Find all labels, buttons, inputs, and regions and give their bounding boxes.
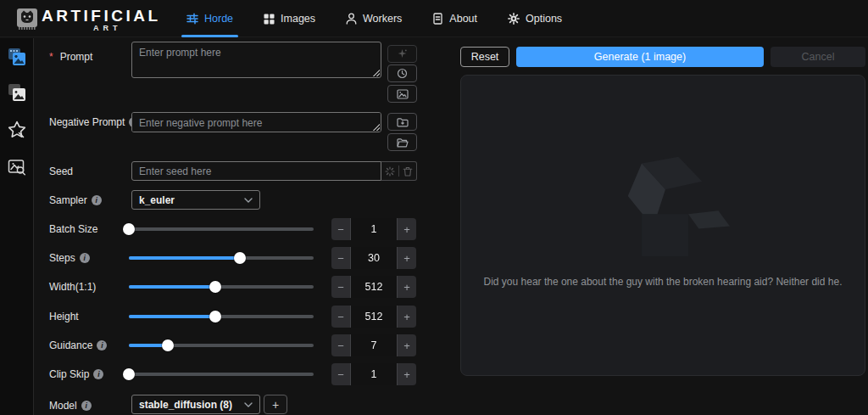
prompt-input[interactable] — [131, 42, 381, 78]
images-alt-icon[interactable] — [7, 82, 27, 103]
slider-fill — [129, 315, 215, 318]
steps-row: Steps 30 — [0, 246, 428, 270]
cancel-button[interactable]: Cancel — [771, 47, 865, 67]
batch-size-slider[interactable] — [129, 227, 314, 231]
stepper-value[interactable]: 1 — [350, 218, 398, 240]
app-subtitle: ART — [93, 24, 122, 32]
randomize-icon[interactable] — [385, 166, 395, 177]
model-label: Model — [49, 400, 92, 412]
model-value: stable_diffusion (8) — [139, 399, 232, 411]
result-panel: Did you hear the one about the guy with … — [460, 75, 865, 376]
slider-handle[interactable] — [209, 311, 221, 322]
tab-images[interactable]: Images — [259, 0, 320, 37]
batch-size-stepper: 1 — [331, 218, 416, 240]
chevron-down-icon — [244, 402, 253, 407]
tab-about[interactable]: About — [427, 0, 482, 37]
save-prompt-button[interactable] — [387, 113, 417, 131]
decrement-button[interactable] — [331, 334, 350, 356]
width-slider[interactable] — [129, 285, 314, 289]
person-icon — [346, 13, 357, 25]
increment-button[interactable] — [398, 334, 416, 356]
decrement-button[interactable] — [331, 276, 350, 298]
steps-slider[interactable] — [129, 256, 314, 260]
steps-label: Steps — [49, 252, 90, 264]
sampler-value: k_euler — [139, 194, 175, 206]
tab-workers[interactable]: Workers — [341, 0, 407, 37]
info-icon[interactable] — [93, 369, 103, 379]
slider-handle[interactable] — [123, 223, 135, 235]
seed-input[interactable] — [131, 161, 381, 181]
folder-open-icon — [397, 137, 409, 148]
stepper-value[interactable]: 512 — [350, 276, 398, 298]
model-select[interactable]: stable_diffusion (8) — [131, 395, 260, 414]
width-row: Width(1:1) 512 — [0, 275, 428, 299]
star-icon[interactable] — [7, 120, 27, 140]
magic-wand-icon — [397, 48, 408, 59]
load-prompt-button[interactable] — [387, 133, 417, 151]
document-icon — [432, 13, 443, 25]
image-icon — [397, 89, 409, 99]
increment-button[interactable] — [398, 276, 416, 298]
info-icon[interactable] — [97, 340, 107, 351]
prompt-from-image-button[interactable] — [387, 85, 417, 103]
guidance-slider[interactable] — [129, 344, 314, 347]
grid-icon — [264, 14, 275, 25]
trash-icon[interactable] — [403, 166, 413, 177]
info-icon[interactable] — [80, 253, 90, 263]
batch-size-label: Batch Size — [49, 223, 97, 235]
magic-wand-button[interactable] — [387, 45, 417, 63]
folder-save-icon — [397, 117, 409, 127]
stepper-value[interactable]: 30 — [350, 247, 398, 269]
width-label: Width(1:1) — [49, 281, 96, 293]
sampler-label: Sampler — [49, 194, 102, 206]
guidance-label: Guidance — [49, 339, 107, 351]
slider-handle[interactable] — [209, 281, 221, 293]
height-slider[interactable] — [129, 315, 314, 318]
tab-options[interactable]: Options — [503, 0, 567, 37]
app-window: ARTIFICIAL ART Horde Images Worke — [0, 0, 868, 415]
decrement-button[interactable] — [331, 306, 350, 328]
stepper-value[interactable]: 512 — [350, 306, 398, 328]
negative-prompt-field-wrap — [131, 112, 381, 132]
tab-horde[interactable]: Horde — [181, 0, 238, 37]
app-title: ARTIFICIAL — [42, 7, 161, 25]
tune-icon — [186, 13, 198, 25]
clip-skip-slider[interactable] — [129, 373, 314, 376]
stepper-value[interactable]: 7 — [350, 334, 398, 356]
slider-handle[interactable] — [234, 252, 246, 264]
decrement-button[interactable] — [331, 218, 350, 240]
slider-handle[interactable] — [123, 368, 135, 380]
decrement-button[interactable] — [331, 247, 350, 269]
top-navbar: ARTIFICIAL ART Horde Images Worke — [0, 0, 868, 37]
increment-button[interactable] — [398, 247, 416, 269]
increment-button[interactable] — [398, 363, 416, 385]
reset-button[interactable]: Reset — [460, 47, 509, 67]
seed-buttons — [381, 161, 417, 181]
info-icon[interactable] — [81, 401, 92, 411]
batch-size-row: Batch Size 1 — [0, 217, 428, 241]
image-search-icon[interactable] — [7, 157, 27, 177]
tab-label: Options — [526, 13, 562, 25]
guidance-row: Guidance 7 — [0, 334, 428, 357]
empty-box-icon — [597, 154, 741, 260]
clip-skip-stepper: 1 — [331, 363, 416, 385]
sampler-select[interactable]: k_euler — [131, 190, 260, 210]
negative-prompt-input[interactable] — [131, 112, 381, 132]
slider-fill — [129, 256, 240, 260]
height-stepper: 512 — [331, 306, 416, 328]
prompt-history-button[interactable] — [387, 64, 417, 82]
stepper-value[interactable]: 1 — [350, 363, 398, 385]
divider — [398, 165, 399, 177]
add-model-button[interactable] — [264, 395, 287, 414]
images-stack-icon[interactable] — [7, 47, 27, 67]
slider-handle[interactable] — [162, 339, 174, 351]
chevron-down-icon — [244, 198, 253, 203]
increment-button[interactable] — [398, 306, 416, 328]
seed-label: Seed — [49, 165, 73, 177]
info-icon[interactable] — [92, 195, 102, 205]
negative-prompt-label: Negative Prompt — [49, 116, 139, 128]
increment-button[interactable] — [398, 218, 416, 240]
generate-button[interactable]: Generate (1 image) — [516, 47, 764, 67]
width-stepper: 512 — [331, 276, 416, 298]
decrement-button[interactable] — [331, 363, 350, 385]
